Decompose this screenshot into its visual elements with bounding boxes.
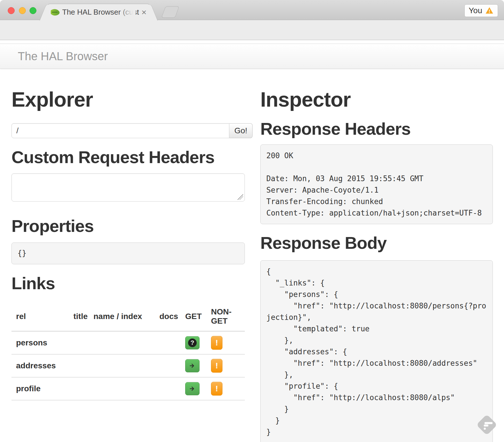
tab-strip: The HAL Browser (customiz × You bbox=[0, 0, 504, 20]
window-zoom-button[interactable] bbox=[30, 7, 36, 14]
rel-label: addresses bbox=[16, 361, 56, 370]
right-arrow-icon bbox=[188, 384, 197, 393]
exclamation-nonget-button[interactable]: ! bbox=[211, 359, 222, 373]
rel-label: persons bbox=[16, 338, 47, 347]
properties-title: Properties bbox=[11, 216, 94, 236]
rel-label: profile bbox=[16, 384, 41, 393]
custom-request-headers-input[interactable] bbox=[11, 173, 245, 202]
column-docs: docs bbox=[155, 304, 181, 331]
browser-window: The HAL Browser (customiz × You localhos… bbox=[0, 0, 504, 442]
profile-button[interactable]: You bbox=[464, 4, 498, 17]
warning-icon bbox=[485, 7, 494, 15]
properties-value: {} bbox=[11, 242, 245, 264]
page-content: The HAL Browser Explorer Go! Custom Requ… bbox=[0, 40, 504, 442]
site-navbar: The HAL Browser bbox=[0, 44, 504, 69]
window-minimize-button[interactable] bbox=[19, 7, 26, 14]
arrow-get-button[interactable] bbox=[185, 382, 200, 395]
profile-name: You bbox=[469, 6, 482, 15]
table-row: profile ! bbox=[11, 377, 245, 400]
column-get: GET bbox=[181, 304, 206, 331]
exclamation-nonget-button[interactable]: ! bbox=[211, 382, 222, 396]
new-tab-button[interactable] bbox=[161, 6, 179, 18]
browser-toolbar: localhost:8080/browser/index.html#/ ☆ * … bbox=[0, 20, 504, 40]
arrow-get-button[interactable] bbox=[185, 359, 200, 372]
right-arrow-icon bbox=[188, 361, 197, 370]
response-headers-value: 200 OK Date: Mon, 03 Aug 2015 19:55:45 G… bbox=[260, 144, 493, 224]
tab-title-fade bbox=[118, 4, 136, 20]
response-body-title: Response Body bbox=[260, 233, 386, 253]
links-header-row: rel title name / index docs GET NON-GET bbox=[11, 304, 245, 331]
column-rel: rel bbox=[11, 304, 69, 331]
table-row: persons ? ! bbox=[11, 331, 245, 355]
inspector-title: Inspector bbox=[260, 88, 351, 111]
table-row: addresses ! bbox=[11, 354, 245, 377]
column-name-index: name / index bbox=[89, 304, 155, 331]
response-body-value: { "_links": { "persons": { "href": "http… bbox=[260, 260, 493, 442]
links-table: rel title name / index docs GET NON-GET … bbox=[11, 304, 245, 400]
window-close-button[interactable] bbox=[8, 7, 15, 14]
site-brand: The HAL Browser bbox=[18, 50, 108, 63]
active-tab[interactable]: The HAL Browser (customiz × bbox=[47, 4, 150, 20]
links-title: Links bbox=[11, 273, 55, 293]
address-input[interactable] bbox=[11, 123, 229, 138]
question-icon: ? bbox=[188, 339, 197, 347]
spring-leaf-favicon bbox=[51, 7, 60, 18]
exclamation-nonget-button[interactable]: ! bbox=[211, 336, 222, 350]
question-get-button[interactable]: ? bbox=[185, 336, 200, 349]
explorer-title: Explorer bbox=[11, 88, 93, 111]
tab-close-icon[interactable]: × bbox=[141, 8, 147, 17]
column-title: title bbox=[69, 304, 89, 331]
custom-request-headers-title: Custom Request Headers bbox=[11, 147, 214, 167]
go-button[interactable]: Go! bbox=[229, 123, 253, 138]
address-group: Go! bbox=[11, 123, 253, 138]
response-headers-title: Response Headers bbox=[260, 119, 411, 139]
column-nonget: NON-GET bbox=[206, 304, 245, 331]
